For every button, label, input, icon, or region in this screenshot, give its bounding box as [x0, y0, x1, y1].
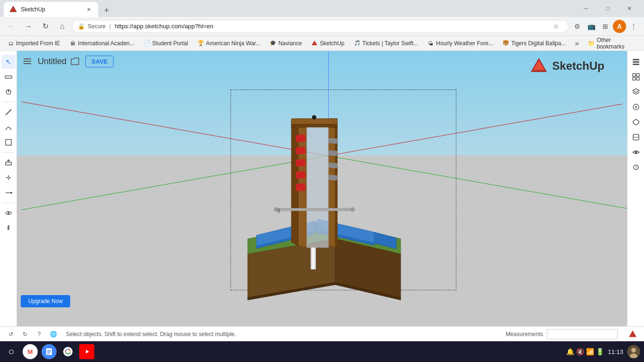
new-tab-button[interactable]: + — [100, 4, 113, 17]
browser-frame: SketchUp ✕ + ─ □ ✕ ← → ↻ ⌂ 🔒 Secure | ht… — [0, 0, 644, 362]
redo-icon[interactable]: ↻ — [20, 329, 30, 339]
shape3d-tool[interactable] — [629, 130, 643, 144]
active-tab[interactable]: SketchUp ✕ — [4, 2, 98, 17]
sys-icons: 🔔 🔇 📶 🔋 — [566, 348, 604, 355]
tab-close-button[interactable]: ✕ — [85, 6, 92, 13]
chrome-icon[interactable] — [60, 344, 75, 359]
bookmark-naviance[interactable]: 🎓 Naviance — [266, 38, 305, 49]
battery-icon[interactable]: 🔋 — [596, 348, 604, 355]
back-button[interactable]: ← — [4, 19, 19, 34]
bookmark-ninja[interactable]: 🏆 American Ninja War... — [194, 38, 264, 49]
shape-tool[interactable] — [1, 135, 16, 149]
hamburger-button[interactable] — [21, 55, 34, 68]
docs-icon[interactable] — [41, 344, 57, 359]
paint-tool[interactable] — [1, 85, 16, 99]
bookmark-label: International Acaden... — [78, 40, 134, 47]
forward-button[interactable]: → — [21, 19, 36, 34]
maximize-button[interactable]: □ — [597, 0, 619, 17]
svg-rect-37 — [296, 171, 306, 179]
account-button[interactable]: A — [613, 20, 626, 33]
svg-rect-41 — [328, 163, 337, 169]
extensions-button[interactable]: ⚙ — [570, 20, 584, 33]
line-tool[interactable] — [1, 105, 16, 119]
close-button[interactable]: ✕ — [619, 0, 640, 17]
measurements-input[interactable] — [547, 329, 618, 339]
components-tool[interactable] — [629, 70, 643, 84]
taskbar: ○ M 🔔 🔇 📶 🔋 11:13 — [0, 341, 644, 362]
folder-button[interactable] — [68, 55, 82, 68]
svg-rect-66 — [47, 353, 50, 354]
svg-rect-38 — [296, 183, 306, 191]
bookmark-favicon: 🏆 — [198, 40, 204, 47]
orbit-tool[interactable] — [1, 206, 16, 220]
svg-marker-29 — [329, 119, 335, 247]
youtube-icon[interactable] — [79, 344, 94, 359]
upgrade-now-button[interactable]: Upgrade Now — [21, 295, 70, 307]
bookmark-sketchup[interactable]: SketchUp — [307, 38, 348, 49]
canvas-area[interactable]: Untitled SAVE SketchUp — [17, 51, 627, 326]
chrome-menu-button[interactable]: ⋮ — [627, 20, 640, 33]
visibility-tool[interactable] — [629, 145, 643, 159]
nav-bar: ← → ↻ ⌂ 🔒 Secure | https://app.sketchup.… — [0, 17, 644, 36]
other-bookmarks[interactable]: 📁 Other bookmarks — [584, 36, 640, 51]
mute-icon[interactable]: 🔇 — [576, 348, 584, 355]
bookmark-imported-ie[interactable]: 🗂 Imported From IE — [4, 38, 64, 49]
bookmark-favicon: 🎓 — [270, 40, 276, 47]
bookmark-label: American Ninja War... — [206, 40, 261, 47]
bookmark-star-button[interactable]: ☆ — [549, 20, 562, 33]
model-svg: 3 — [17, 51, 627, 326]
bookmark-label: Hourly Weather Fore... — [436, 40, 493, 47]
globe-icon[interactable]: 🌐 — [48, 329, 58, 339]
svg-rect-2 — [5, 76, 12, 78]
svg-text:3: 3 — [277, 208, 280, 214]
bookmark-weather[interactable]: 🌤 Hourly Weather Fore... — [424, 38, 497, 49]
bookmark-tigers[interactable]: 🐯 Tigers Digital Ballpa... — [499, 38, 570, 49]
svg-rect-42 — [328, 174, 337, 181]
bookmark-international[interactable]: 🏛 International Acaden... — [66, 38, 138, 49]
separator-2 — [3, 152, 14, 153]
svg-point-9 — [8, 212, 9, 214]
chrome-actions: ⚙ 📺 ⊞ A ⋮ — [570, 20, 640, 33]
layers-tool[interactable] — [629, 85, 643, 99]
tape-tool[interactable] — [1, 186, 16, 200]
solid-tool[interactable] — [629, 115, 643, 129]
materials-tool[interactable] — [629, 160, 643, 174]
svg-rect-36 — [296, 159, 306, 167]
svg-marker-70 — [86, 350, 89, 354]
bookmark-label: Tickets | Taylor Swift... — [363, 40, 418, 47]
logo-text: SketchUp — [552, 59, 604, 73]
bookmark-student-portal[interactable]: 📄 Student Portal — [140, 38, 192, 49]
walk-tool[interactable] — [1, 221, 16, 235]
undo-icon[interactable]: ↺ — [6, 329, 16, 339]
select-tool[interactable]: ↖ — [1, 55, 16, 69]
address-bar[interactable]: 🔒 Secure | https://app.sketchup.com/app?… — [72, 20, 569, 33]
home-button[interactable]: ⌂ — [55, 19, 70, 34]
bookmark-taylor-swift[interactable]: 🎵 Tickets | Taylor Swift... — [350, 38, 422, 49]
warehouse-tool[interactable] — [629, 100, 643, 114]
cast-button[interactable]: 📺 — [585, 20, 598, 33]
save-button[interactable]: SAVE — [85, 56, 114, 67]
svg-point-33 — [312, 115, 316, 119]
eraser-tool[interactable] — [1, 70, 16, 84]
help-icon[interactable]: ? — [34, 329, 44, 339]
more-bookmarks-button[interactable]: » — [571, 38, 582, 49]
svg-point-60 — [635, 151, 637, 154]
arc-tool[interactable] — [1, 120, 16, 134]
push-pull-tool[interactable] — [1, 156, 16, 170]
apps-button[interactable]: ⊞ — [599, 20, 612, 33]
reload-button[interactable]: ↻ — [38, 19, 53, 34]
chrome-os-icon[interactable]: ○ — [4, 344, 19, 359]
notification-icon[interactable]: 🔔 — [566, 348, 574, 355]
profile-avatar[interactable] — [627, 345, 640, 358]
styles-tool[interactable] — [629, 55, 643, 69]
bookmark-label: Student Portal — [152, 40, 188, 47]
svg-rect-54 — [636, 77, 639, 80]
other-bookmarks-label: Other bookmarks — [597, 37, 636, 50]
minimize-button[interactable]: ─ — [575, 0, 597, 17]
sketchup-logo: SketchUp — [529, 57, 604, 75]
gmail-icon[interactable]: M — [23, 344, 38, 359]
bookmark-favicon — [311, 40, 318, 47]
move-tool[interactable]: ✛ — [1, 171, 16, 185]
svg-marker-32 — [307, 127, 329, 247]
wifi-icon[interactable]: 📶 — [586, 348, 594, 355]
